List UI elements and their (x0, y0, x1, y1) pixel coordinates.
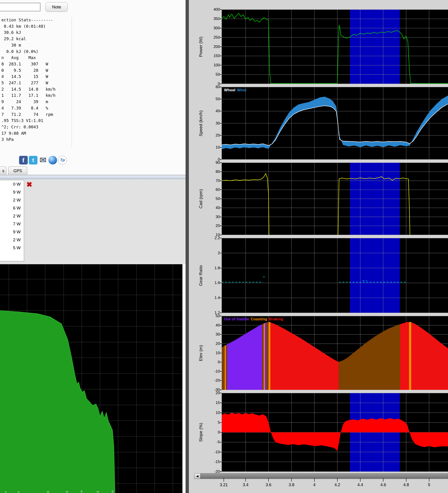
y-tick-label: 20 (206, 133, 220, 137)
y-tick-label: 20 (206, 391, 220, 395)
gear-chart-plot[interactable] (222, 238, 448, 313)
x-tick (314, 478, 315, 482)
y-tick-label: 10 (206, 146, 220, 149)
y-tick (220, 159, 222, 160)
delete-icon[interactable]: ✖ (26, 180, 32, 188)
y-tick (220, 390, 222, 390)
y-tick (220, 147, 222, 148)
power-list-item[interactable]: 2 W (0, 212, 24, 220)
stats-line: 0.0 kJ (0.0%) (1, 48, 56, 55)
y-tick-label: 40 (206, 109, 220, 113)
y-tick-label: 350 (206, 17, 220, 21)
y-tick (220, 65, 222, 66)
axis-label-fragment: E (96, 491, 100, 493)
cad-chart-plot[interactable] (222, 163, 448, 235)
power-list-item[interactable]: 5 W (0, 244, 24, 252)
x-tick-label: 3.21 (215, 482, 233, 487)
y-tick-label: 150 (206, 54, 220, 58)
y-tick-label: 300 (206, 26, 220, 30)
power-list-item[interactable]: 9 W (0, 188, 24, 196)
stats-line: 3 hPa (1, 136, 56, 143)
out-of-saddle-legend: Out of Saddle (224, 317, 249, 321)
y-tick-label: 30 (206, 215, 220, 219)
y-tick (220, 452, 222, 452)
facebook-icon[interactable]: f (19, 156, 28, 165)
x-tick-label: 3.8 (282, 482, 301, 487)
axis-label-fragment: s (4, 491, 7, 493)
speed-chart-plot[interactable] (222, 87, 448, 159)
x-scrollbar[interactable]: ◀ (194, 473, 448, 479)
y-tick (220, 28, 222, 28)
mail-icon[interactable]: ✉ (39, 156, 47, 165)
power-list-item[interactable]: 6 W (0, 204, 24, 212)
y-tick-label: -5 (206, 440, 220, 444)
y-tick (220, 217, 222, 217)
stats-line: 4 7.39 8.4 % (1, 105, 56, 111)
power-chart-plot[interactable] (222, 10, 448, 84)
stats-line: 8 283.1 307 W (1, 61, 56, 67)
elev-legend: Out of SaddleCoastingBraking (224, 317, 285, 322)
power-list-item[interactable]: 7 W (0, 220, 24, 228)
y-tick (220, 325, 222, 325)
stats-box-edge (72, 17, 72, 147)
y-tick-label: 100 (206, 63, 220, 67)
x-tick-label: 4 (305, 482, 324, 487)
power-list-item[interactable]: 0 W (0, 180, 24, 188)
power-list-item[interactable]: 2 W (0, 236, 24, 244)
y-tick-label: 90 (206, 161, 220, 165)
x-tick-label: 4.2 (328, 482, 347, 487)
stats-line: ection Stats--------- (1, 17, 56, 23)
y-tick (220, 432, 222, 433)
speed-axis-title: Speed (km/h) (198, 110, 203, 136)
stats-line: n Avg Max (1, 55, 56, 61)
note-input[interactable] (0, 3, 40, 11)
y-tick (220, 171, 222, 172)
section-stats: ection Stats--------- 0.43 km (0:01:48) … (1, 17, 56, 143)
y-tick (220, 442, 222, 442)
trainingpeaks-icon[interactable]: Tp (58, 156, 67, 165)
scrollbar-thumb[interactable] (200, 473, 448, 479)
y-tick (220, 283, 222, 283)
y-tick (220, 190, 222, 190)
scroll-left-button[interactable]: ◀ (194, 473, 200, 479)
twitter-icon[interactable]: t (29, 156, 37, 165)
y-tick (220, 413, 222, 413)
stats-line: 2 14.5 14.8 km/h (1, 86, 56, 92)
profile-chart[interactable] (0, 264, 182, 493)
note-button[interactable]: Note (45, 2, 68, 12)
power-list-item[interactable]: 9 W (0, 228, 24, 236)
x-tick (268, 478, 269, 482)
google-earth-icon[interactable] (48, 156, 57, 165)
power-list[interactable]: 0 W9 W2 W6 W2 W7 W9 W2 W5 W (0, 180, 24, 261)
y-tick (220, 87, 222, 87)
wheel-legend: Wheel (224, 88, 235, 92)
vertical-splitter[interactable] (186, 0, 189, 493)
y-tick-label: -15 (206, 460, 220, 464)
y-tick (220, 316, 222, 316)
tab-partial[interactable]: s (0, 167, 6, 175)
tab-gps[interactable]: GPS (8, 167, 27, 175)
slope-chart-plot[interactable] (222, 393, 448, 472)
stats-line: 4 14.5 15 W (1, 73, 56, 80)
y-tick (220, 135, 222, 136)
y-tick (220, 37, 222, 38)
stats-line: 7 71.2 74 rpm (1, 111, 56, 118)
y-tick-label: 40 (206, 323, 220, 327)
y-tick (220, 253, 222, 253)
y-tick-label: -20 (206, 470, 220, 474)
y-tick (220, 393, 222, 393)
y-tick-label: 1.4 (206, 296, 220, 300)
axis-label-fragment: m (80, 490, 83, 493)
x-tick (360, 478, 360, 482)
y-tick (220, 235, 222, 235)
power-list-item[interactable]: 2 W (0, 196, 24, 204)
axis-label-fragment: E (66, 491, 69, 493)
y-tick-label: 40 (206, 206, 220, 210)
y-tick-label: 250 (206, 35, 220, 40)
x-tick (224, 478, 224, 482)
stats-line: 0 9.5 20 W (1, 67, 56, 74)
stats-line: 17 9:08 AM (1, 130, 56, 136)
y-tick (220, 199, 222, 199)
elev-chart-plot[interactable] (222, 316, 448, 390)
horizontal-splitter[interactable] (0, 175, 186, 179)
